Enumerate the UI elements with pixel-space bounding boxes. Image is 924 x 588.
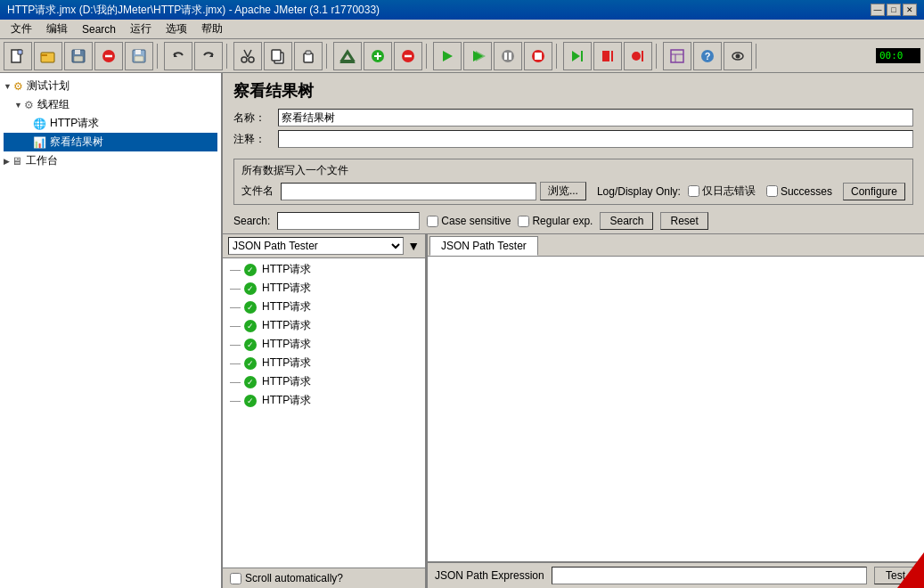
comment-input[interactable] bbox=[278, 130, 913, 148]
tree-item-workbench[interactable]: ▶ 🖥 工作台 bbox=[4, 151, 217, 170]
svg-line-16 bbox=[244, 50, 248, 57]
svg-marker-1 bbox=[18, 50, 22, 54]
svg-rect-3 bbox=[41, 54, 47, 56]
expand-icon: ▶ bbox=[4, 157, 10, 166]
case-sensitive-label: Case sensitive bbox=[427, 215, 511, 227]
success-icon: ✓ bbox=[244, 339, 257, 351]
svg-point-49 bbox=[736, 53, 740, 58]
scroll-auto-checkbox[interactable] bbox=[230, 573, 241, 584]
list-item[interactable]: — ✓ HTTP请求 bbox=[223, 260, 425, 279]
svg-marker-31 bbox=[476, 51, 486, 61]
regular-exp-checkbox[interactable] bbox=[518, 216, 529, 227]
play-no-pause-button[interactable] bbox=[463, 42, 492, 70]
tree-item-result-tree[interactable]: ▶ 📊 察看结果树 bbox=[4, 133, 217, 151]
result-tree-body: — ✓ HTTP请求 — ✓ HTTP请求 — ✓ HTTP请求 bbox=[223, 258, 425, 568]
regular-exp-label: Regular exp. bbox=[518, 215, 593, 227]
add-button[interactable] bbox=[364, 42, 392, 70]
success-icon: ✓ bbox=[244, 357, 257, 370]
success-icon: ✓ bbox=[244, 282, 257, 295]
menu-help[interactable]: 帮助 bbox=[194, 20, 230, 38]
save-button[interactable] bbox=[64, 42, 93, 70]
eye-button[interactable] bbox=[724, 42, 752, 70]
search-input[interactable] bbox=[277, 212, 420, 230]
menu-file[interactable]: 文件 bbox=[4, 20, 39, 38]
result-label: HTTP请求 bbox=[262, 355, 311, 371]
list-item[interactable]: — ✓ HTTP请求 bbox=[223, 372, 425, 391]
remove2-button[interactable] bbox=[394, 42, 422, 70]
name-label: 名称： bbox=[233, 110, 278, 126]
detail-content bbox=[428, 257, 924, 561]
dropdown-arrow-icon[interactable]: ▼ bbox=[407, 239, 420, 253]
pause-button[interactable] bbox=[494, 42, 522, 70]
tab-json-path-tester[interactable]: JSON Path Tester bbox=[429, 236, 538, 256]
menu-options[interactable]: 选项 bbox=[159, 20, 194, 38]
new-button[interactable] bbox=[4, 42, 32, 70]
expand-icon: ▼ bbox=[4, 82, 12, 91]
save2-button[interactable] bbox=[125, 42, 153, 70]
help-button[interactable]: ? bbox=[693, 42, 722, 70]
search-button[interactable]: Search bbox=[600, 212, 653, 230]
left-panel: ▼ ⚙ 测试计划 ▼ ⚙ 线程组 ▶ 🌐 HTTP请求 ▶ 📊 察看结果树 ▶ … bbox=[0, 73, 223, 588]
list-item[interactable]: — ✓ HTTP请求 bbox=[223, 298, 425, 316]
stop-button[interactable] bbox=[524, 42, 552, 70]
sep2 bbox=[226, 44, 230, 69]
play-button[interactable] bbox=[433, 42, 462, 70]
tree-item-thread-group[interactable]: ▼ ⚙ 线程组 bbox=[4, 95, 217, 114]
comment-row: 注释： bbox=[233, 130, 913, 148]
tree-item-http-request[interactable]: ▶ 🌐 HTTP请求 bbox=[4, 114, 217, 133]
open-button[interactable] bbox=[34, 42, 62, 70]
remote-stop-button[interactable] bbox=[593, 42, 622, 70]
result-tree-panel: JSON Path Tester Text RegExp Tester XPat… bbox=[223, 234, 428, 588]
svg-line-17 bbox=[248, 50, 251, 57]
svg-marker-29 bbox=[443, 51, 453, 61]
close-button[interactable]: ✕ bbox=[903, 4, 917, 16]
list-item[interactable]: — ✓ HTTP请求 bbox=[223, 316, 425, 335]
redo-button[interactable] bbox=[194, 42, 223, 70]
remote-play-button[interactable] bbox=[563, 42, 592, 70]
sep4 bbox=[426, 44, 429, 69]
form-area: 名称： 注释： bbox=[223, 105, 924, 155]
svg-rect-36 bbox=[535, 53, 542, 60]
maximize-button[interactable]: □ bbox=[887, 4, 901, 16]
name-input[interactable] bbox=[278, 109, 913, 127]
remove-button[interactable] bbox=[94, 42, 123, 70]
result-label: HTTP请求 bbox=[262, 393, 311, 408]
json-path-input[interactable] bbox=[552, 567, 867, 584]
comment-label: 注释： bbox=[233, 132, 278, 147]
browse-button[interactable]: 浏览... bbox=[540, 182, 586, 200]
title-buttons: — □ ✕ bbox=[871, 4, 917, 16]
svg-rect-34 bbox=[509, 53, 511, 60]
result-label: HTTP请求 bbox=[262, 374, 311, 389]
remote-stop2-button[interactable] bbox=[624, 42, 652, 70]
file-input[interactable] bbox=[281, 183, 536, 200]
sep7 bbox=[756, 44, 759, 69]
successes-checkbox[interactable] bbox=[766, 185, 778, 197]
menu-edit[interactable]: 编辑 bbox=[39, 20, 75, 38]
copy-button[interactable] bbox=[264, 42, 292, 70]
reset-button[interactable]: Reset bbox=[660, 212, 707, 230]
configure-button[interactable]: Configure bbox=[843, 183, 905, 200]
list-item[interactable]: — ✓ HTTP请求 bbox=[223, 335, 425, 354]
svg-rect-11 bbox=[135, 56, 143, 61]
cut-button[interactable] bbox=[233, 42, 262, 70]
list-item[interactable]: — ✓ HTTP请求 bbox=[223, 279, 425, 298]
menu-run[interactable]: 运行 bbox=[123, 20, 159, 38]
minimize-button[interactable]: — bbox=[871, 4, 885, 16]
expand-button[interactable] bbox=[333, 42, 362, 70]
content-area: JSON Path Tester Text RegExp Tester XPat… bbox=[223, 233, 924, 588]
list-item[interactable]: — ✓ HTTP请求 bbox=[223, 391, 425, 410]
timer-display: 00:0 bbox=[876, 48, 920, 63]
menu-search[interactable]: Search bbox=[75, 21, 123, 37]
list-item[interactable]: — ✓ HTTP请求 bbox=[223, 354, 425, 372]
undo-button[interactable] bbox=[164, 42, 192, 70]
success-icon: ✓ bbox=[244, 376, 257, 388]
template-button[interactable] bbox=[663, 42, 691, 70]
case-sensitive-checkbox[interactable] bbox=[427, 216, 438, 227]
log-errors-checkbox-label: 仅日志错误 bbox=[688, 184, 756, 199]
result-tree-header: JSON Path Tester Text RegExp Tester XPat… bbox=[223, 234, 425, 258]
tree-item-test-plan[interactable]: ▼ ⚙ 测试计划 bbox=[4, 77, 217, 95]
result-view-dropdown[interactable]: JSON Path Tester Text RegExp Tester XPat… bbox=[228, 237, 404, 255]
paste-button[interactable] bbox=[294, 42, 323, 70]
tree-label: 工作台 bbox=[26, 153, 58, 168]
log-errors-checkbox[interactable] bbox=[688, 185, 699, 197]
